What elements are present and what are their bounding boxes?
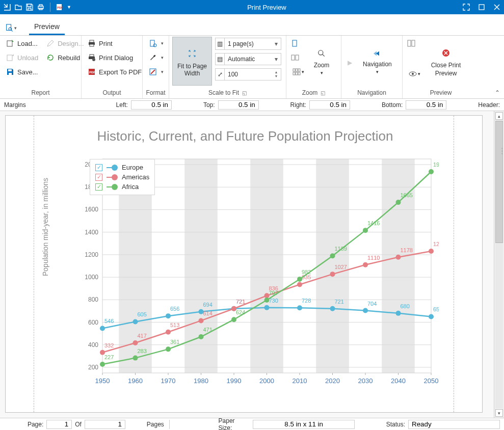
zoom-button[interactable]: Zoom▾ [307,37,336,86]
group-preview: ▾ Close Print Preview Preview [403,36,479,98]
fit-width-icon [184,45,200,62]
scroll-up-button[interactable]: ▴ [495,112,503,120]
legend-checkbox[interactable]: ✓ [95,164,102,171]
save-button[interactable]: Save... [3,65,41,78]
page-icon [149,39,157,47]
close-icon[interactable] [493,3,501,11]
svg-rect-8 [7,41,12,46]
print-dialog-button[interactable]: Print Dialog [85,51,145,64]
view-button[interactable]: ▾ [406,68,423,79]
svg-point-96 [264,305,270,310]
close-preview-button[interactable]: Close Print Preview [423,37,469,86]
navigation-button[interactable]: Navigation▾ [356,37,399,86]
svg-point-21 [153,44,156,47]
svg-text:982: 982 [302,269,311,275]
legend-label: Americas [122,173,149,181]
margin-right-input[interactable] [309,100,350,110]
svg-text:2010: 2010 [293,377,307,385]
svg-rect-33 [408,40,411,46]
file-tab[interactable]: ▾ [5,24,17,35]
auto-dropdown[interactable]: ▤Automatic▾ [215,53,281,65]
dropdown-caret-icon[interactable]: ▼ [67,5,71,10]
svg-text:800: 800 [88,296,98,303]
canvas[interactable]: Historic, Current, and Future Population… [0,111,494,418]
two-page-button[interactable] [289,52,301,63]
svg-point-146 [363,228,368,233]
pages-dropdown[interactable]: ▥1 page(s)▾ [215,38,281,50]
one-page-button[interactable] [289,38,301,49]
legend-checkbox[interactable]: ✓ [95,183,102,191]
percent-spinner[interactable]: ⤢100▴▾ [215,68,281,80]
fit-page-width-button[interactable]: Fit to Page Width [172,37,212,86]
wrench-button[interactable]: ▾ [146,51,167,64]
margin-left-input[interactable] [131,100,172,110]
scroll-down-button[interactable]: ▾ [495,409,503,417]
open-icon[interactable] [14,3,22,11]
svg-point-36 [412,73,414,75]
svg-text:680: 680 [401,303,410,309]
fullscreen-icon[interactable] [462,3,470,11]
ribbon: Load... Unload Save... Design... Rebuild… [0,36,504,99]
margin-top-input[interactable] [218,100,259,110]
page-setup-button[interactable]: ▾ [146,37,167,50]
thumbnails-button[interactable] [406,38,417,49]
svg-point-130 [100,362,105,367]
nav-arrows-icon [369,47,385,60]
legend-checkbox[interactable]: ✓ [95,174,102,181]
svg-rect-20 [150,40,154,46]
collapse-ribbon-button[interactable]: ⌃ [495,89,500,96]
tab-preview[interactable]: Preview [29,20,65,35]
multi-page-button[interactable]: ▾ [289,66,307,77]
scroll-thumb[interactable] [495,121,503,243]
save-icon[interactable] [25,3,34,11]
svg-point-100 [330,306,335,311]
svg-text:361: 361 [170,339,179,345]
nav-prev-button: ▶ [344,57,356,68]
load-icon [6,39,14,47]
status-field [408,420,500,429]
print-icon[interactable] [37,3,45,11]
vertical-scrollbar[interactable]: ▴ ▾ [494,111,504,418]
svg-point-120 [297,282,302,287]
export-pdf-button[interactable]: PDFExport To PDF [85,65,145,78]
unload-button: Unload [3,51,41,64]
svg-text:650: 650 [433,306,439,312]
arrow-in-icon[interactable] [3,3,11,11]
svg-text:624: 624 [236,309,245,315]
pdf-icon[interactable]: PDF [56,3,64,11]
print-button[interactable]: Print [85,37,145,50]
zoom-launcher[interactable]: ◱ [321,90,325,96]
svg-point-134 [166,346,171,352]
chart-legend: ✓Europe✓Americas✓Africa [90,159,155,195]
svg-rect-25 [296,55,299,60]
svg-point-136 [199,334,204,339]
design-button: Design... [43,37,87,50]
auto-icon: ▤ [216,53,225,65]
svg-point-90 [166,313,171,318]
chart-ylabel: Population mid-year, in millions [41,178,49,276]
group-navigation: ▶ Navigation▾ Navigation [341,36,403,98]
svg-text:1231: 1231 [433,241,439,247]
scale-launcher[interactable]: ◱ [242,90,247,96]
load-button[interactable]: Load... [3,37,41,50]
maximize-icon[interactable] [478,3,486,11]
svg-point-114 [199,318,204,323]
scroll-track[interactable] [495,121,503,408]
page-input[interactable] [46,420,72,429]
margins-bar: Margins Left: Top: Right: Bottom: Header… [0,99,504,111]
svg-rect-30 [296,72,298,75]
svg-text:704: 704 [367,301,377,307]
svg-rect-31 [298,72,300,75]
svg-text:PDF: PDF [89,71,95,74]
svg-text:283: 283 [138,348,147,354]
margin-bottom-input[interactable] [406,100,446,110]
page-magnify-icon [5,24,13,32]
group-zoom: ▾ Zoom▾ Zoom◱ [286,36,341,98]
svg-point-88 [133,319,138,324]
svg-text:513: 513 [170,322,179,328]
svg-text:728: 728 [302,298,311,304]
rebuild-button[interactable]: Rebuild [43,51,87,64]
svg-point-86 [100,326,105,331]
svg-point-110 [133,340,138,345]
watermark-button[interactable]: ▾ [146,65,167,78]
